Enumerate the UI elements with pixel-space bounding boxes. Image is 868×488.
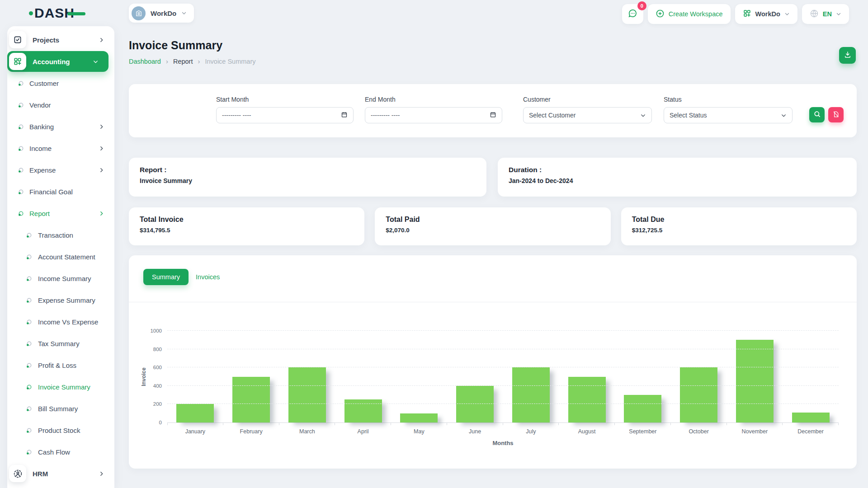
chart-slot-november: November xyxy=(727,331,783,422)
download-button[interactable] xyxy=(839,47,856,64)
sidebar-item-invoice-summary[interactable]: Invoice Summary xyxy=(7,376,114,398)
gridline xyxy=(167,404,839,404)
chevron-right-icon xyxy=(99,167,104,173)
sidebar-item-label: Report xyxy=(29,210,50,217)
workspace-avatar-building-icon xyxy=(132,6,146,20)
sidebar-item-label: Profit & Loss xyxy=(38,361,76,369)
sidebar-item-profit-loss[interactable]: Profit & Loss xyxy=(7,354,114,376)
bullet-icon xyxy=(26,254,32,260)
duration-value: Jan-2024 to Dec-2024 xyxy=(509,177,846,184)
sidebar-item-cash-flow[interactable]: Cash Flow xyxy=(7,441,114,463)
start-month-field: Start Month --------- ---- xyxy=(216,96,354,123)
logo-dash-bar xyxy=(67,12,85,15)
total-value: $314,795.5 xyxy=(140,227,354,234)
chart-slot-march: March xyxy=(279,331,335,422)
bar-chart: Invoice JanuaryFebruaryMarchAprilMayJune… xyxy=(167,331,839,423)
duration-label: Duration : xyxy=(509,166,846,174)
sidebar-item-label: Income Summary xyxy=(38,275,91,282)
tabs: SummaryInvoices xyxy=(143,269,220,285)
customer-select[interactable]: Select Customer xyxy=(523,107,652,123)
reset-filter-button[interactable] xyxy=(828,107,844,122)
sidebar-item-expense[interactable]: Expense xyxy=(7,159,114,181)
sidebar-item-expense-summary[interactable]: Expense Summary xyxy=(7,289,114,311)
total-label: Total Paid xyxy=(386,216,599,224)
breadcrumb-report[interactable]: Report xyxy=(173,58,193,65)
y-axis-tick: 1000 xyxy=(141,328,162,333)
search-icon xyxy=(813,110,821,119)
sidebar-item-projects[interactable]: Projects xyxy=(7,29,114,51)
sidebar-item-financial-goal[interactable]: Financial Goal xyxy=(7,181,114,202)
x-axis-title: Months xyxy=(167,440,839,446)
chart-slot-february: February xyxy=(223,331,279,422)
grid-plus-icon xyxy=(743,9,751,19)
tab-invoices[interactable]: Invoices xyxy=(196,273,220,281)
language-button[interactable]: EN xyxy=(802,4,849,24)
sidebar-item-account-statement[interactable]: Account Statement xyxy=(7,246,114,267)
app-menu-button[interactable]: WorkDo xyxy=(735,4,797,24)
breadcrumb-invoice-summary: Invoice Summary xyxy=(205,58,255,65)
sidebar-item-income-vs-expense[interactable]: Income Vs Expense xyxy=(7,311,114,333)
sidebar-item-label: Customer xyxy=(29,80,59,87)
sidebar-item-accounting[interactable]: Accounting xyxy=(7,51,108,72)
y-axis-tick: 600 xyxy=(141,365,162,370)
sidebar-item-bill-summary[interactable]: Bill Summary xyxy=(7,398,114,419)
x-axis-label: October xyxy=(671,428,727,435)
chevron-down-icon xyxy=(784,11,790,17)
chevron-right-icon xyxy=(99,211,104,216)
workspace-switcher[interactable]: WorkDo xyxy=(129,4,194,23)
bullet-icon xyxy=(18,102,24,108)
gridline xyxy=(167,385,839,386)
create-workspace-button[interactable]: Create Workspace xyxy=(648,4,731,24)
bullet-icon xyxy=(26,341,32,347)
totals-row: Total Invoice$314,795.5Total Paid$2,070.… xyxy=(129,207,857,245)
bullet-icon xyxy=(26,406,32,412)
x-axis-label: July xyxy=(503,428,559,435)
sidebar-item-report[interactable]: Report xyxy=(7,202,114,224)
sidebar-item-customer[interactable]: Customer xyxy=(7,72,114,94)
breadcrumb-dashboard[interactable]: Dashboard xyxy=(129,58,161,65)
sidebar-item-vendor[interactable]: Vendor xyxy=(7,94,114,116)
sidebar-nav: ProjectsAccountingCustomerVendorBankingI… xyxy=(7,29,114,484)
messages-button[interactable]: 0 xyxy=(622,4,643,24)
x-axis-label: April xyxy=(335,428,391,435)
bullet-icon xyxy=(18,189,24,195)
end-month-input[interactable]: --------- ---- xyxy=(365,107,502,123)
total-card-total-paid: Total Paid$2,070.0 xyxy=(375,207,610,245)
sidebar-item-transaction[interactable]: Transaction xyxy=(7,224,114,246)
calendar-icon xyxy=(341,111,348,119)
sidebar-item-income-summary[interactable]: Income Summary xyxy=(7,267,114,289)
gridline xyxy=(167,330,839,331)
search-button[interactable] xyxy=(809,107,825,122)
bar-september xyxy=(624,395,661,422)
topbar: DASH WorkDo 0 Create Workspace xyxy=(0,0,868,26)
start-month-input[interactable]: --------- ---- xyxy=(216,107,354,123)
sidebar-item-label: Transaction xyxy=(38,231,73,239)
download-icon xyxy=(844,51,852,60)
start-month-label: Start Month xyxy=(216,96,354,103)
chevron-down-icon xyxy=(836,11,841,17)
x-axis-label: June xyxy=(447,428,503,435)
tab-summary[interactable]: Summary xyxy=(143,269,189,285)
sidebar-item-hrm[interactable]: HRM xyxy=(7,463,114,484)
bullet-icon xyxy=(18,145,24,151)
sidebar-item-tax-summary[interactable]: Tax Summary xyxy=(7,333,114,354)
sidebar-item-product-stock[interactable]: Product Stock xyxy=(7,419,114,441)
sidebar-item-income[interactable]: Income xyxy=(7,137,114,159)
chart-slot-october: October xyxy=(671,331,727,422)
chevron-down-icon xyxy=(181,10,187,16)
chart-slot-december: December xyxy=(783,331,839,422)
chevron-down-icon xyxy=(640,113,646,118)
total-label: Total Invoice xyxy=(140,216,354,224)
logo-dot xyxy=(29,11,33,15)
customer-label: Customer xyxy=(523,96,652,103)
bullet-icon xyxy=(18,211,24,216)
grid-plus-icon xyxy=(9,53,26,70)
bullet-icon xyxy=(18,80,24,86)
sidebar-item-label: Account Statement xyxy=(38,253,95,261)
sidebar-item-banking[interactable]: Banking xyxy=(7,116,114,137)
total-value: $2,070.0 xyxy=(386,227,599,234)
x-axis-label: May xyxy=(391,428,447,435)
chart-slot-april: April xyxy=(335,331,391,422)
sidebar-item-label: Vendor xyxy=(29,101,51,109)
status-select[interactable]: Select Status xyxy=(664,107,793,123)
